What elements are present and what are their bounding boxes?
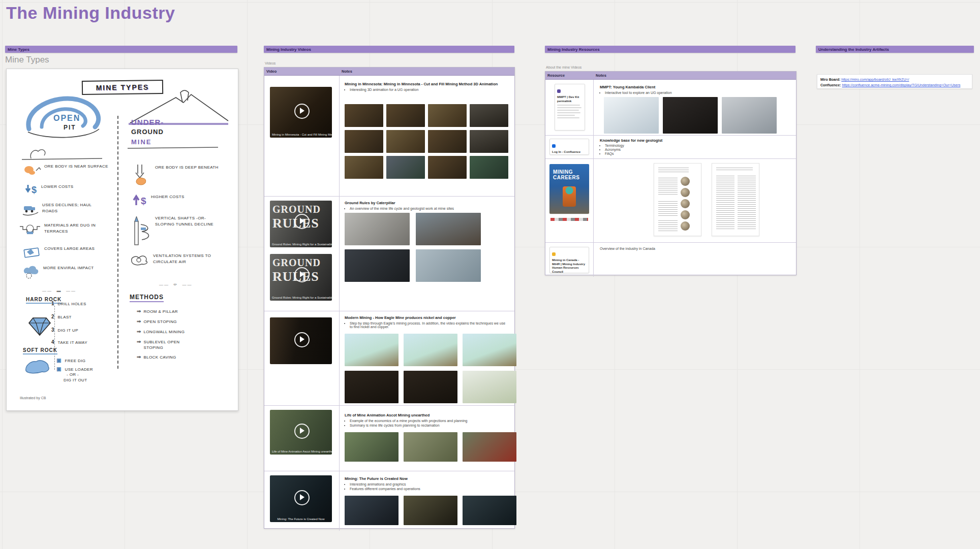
screenshot-thumb	[386, 130, 425, 153]
soft-rock-heading: SOFT ROCK	[23, 347, 57, 354]
lower-costs-icon: $	[25, 184, 38, 195]
video-row-future: Mining: The Future is Created Now Mining…	[264, 471, 514, 531]
underground-heading3: MINE	[131, 138, 152, 146]
mining-careers-cover[interactable]: MINING CAREERS	[549, 164, 589, 214]
document-page[interactable]	[712, 163, 759, 236]
note-title: MMPT: Young Kambalda Client	[600, 85, 791, 89]
cover-footer-logos	[550, 218, 588, 221]
video-thumbnail[interactable]: GROUND RULES Ground Rules: Mining Right …	[270, 201, 332, 247]
hard-rock-step: 3DIG IT UP	[51, 327, 78, 333]
video-thumbnail[interactable]: Mining: The Future is Created Now	[270, 475, 332, 522]
screenshot-thumb	[345, 104, 383, 127]
screenshot-thumb	[428, 156, 467, 179]
screenshot-thumb	[404, 334, 457, 366]
frame-bar-resources[interactable]: Mining Industry Resources	[545, 46, 795, 53]
resource-card[interactable]: Log In - Confluence	[549, 139, 589, 155]
sketch-item: ORE BODY IS DEEP BENEATH	[132, 165, 219, 186]
notes-screenshots	[604, 97, 777, 134]
ore-blob-icon	[24, 164, 41, 176]
video-row-life-of-mine: Life of Mine Animation Ascot Mining unea…	[264, 406, 514, 471]
resources-section-label[interactable]: About the mine Videos	[546, 66, 581, 69]
frame-bar-mine-types[interactable]: Mine Types	[5, 46, 237, 53]
frame-title-mine-types[interactable]: Mine Types	[5, 55, 49, 65]
sketch-item: MATERIALS ARE DUG IN TERRACES	[19, 222, 109, 238]
artifact-links-box: Miro Board: https://miro.com/app/board/o…	[817, 74, 972, 89]
note-bullets: Terminology Acronyms FAQs	[605, 144, 796, 155]
video-row-minnesota: Mining in Minnesota - Cut and Fill Minin…	[264, 76, 514, 197]
board-title: The Mining Industry	[6, 3, 175, 23]
arrow-icon: ⇒	[137, 309, 141, 314]
video-thumbnail[interactable]: GROUND RULES Ground Rules: Mining Right …	[270, 254, 332, 301]
videos-section-label[interactable]: Videos	[265, 61, 275, 65]
frame-bar-videos[interactable]: Mining Industry Videos	[264, 46, 514, 53]
open-pit-heading: OPEN	[53, 114, 80, 123]
haul-truck-icon	[22, 202, 39, 217]
miro-board-link-row: Miro Board: https://miro.com/app/board/o…	[820, 77, 969, 82]
environmental-impact-icon	[22, 265, 40, 279]
page-photo-circle	[681, 188, 690, 197]
resource-card[interactable]: Mining in Canada - MiHR | Mining Industr…	[549, 247, 589, 273]
soft-rock-item: ▣USE LOADER	[56, 366, 93, 372]
method-item: ⇒BLOCK CAVING	[137, 354, 176, 360]
page-text-lines	[658, 168, 689, 173]
screenshot-thumb	[386, 104, 425, 127]
resource-row-mining-careers: MINING CAREERS	[545, 159, 796, 243]
text-skeleton	[557, 115, 575, 116]
resource-row-confluence: Log In - Confluence Knowledge base for n…	[545, 136, 796, 159]
hard-rock-step: 2BLAST	[51, 314, 72, 319]
frame-bar-label: Understanding the Industry Artifacts	[816, 47, 889, 52]
play-icon	[294, 332, 310, 347]
higher-costs-icon: $	[133, 194, 148, 206]
page-text-lines	[658, 201, 678, 216]
screenshot-thumb	[386, 156, 425, 179]
resource-card[interactable]: MMPT | Dev Kit permalink	[555, 84, 585, 131]
page-text-lines	[716, 168, 753, 172]
video-thumbnail[interactable]	[270, 317, 332, 364]
sketch-item: ORE BODY IS NEAR SURFACE	[24, 164, 108, 176]
document-page[interactable]	[654, 163, 701, 236]
videos-table: Video Notes Mining in Minnesota - Cut an…	[264, 67, 515, 529]
method-item: ⇒SUBLEVEL OPEN STOPING	[137, 339, 199, 350]
videos-table-header: Video Notes	[264, 68, 514, 76]
screenshot-thumb	[428, 130, 467, 153]
methods-heading: METHODS	[130, 294, 164, 302]
hard-rock-step: 1DRILL HOLES	[51, 301, 86, 306]
soft-rock-item: DIG IT OUT	[64, 378, 87, 382]
screenshot-thumb	[722, 97, 777, 134]
resource-row-mmpt: MMPT | Dev Kit permalink MMPT: Young Kam…	[545, 80, 796, 136]
text-skeleton	[557, 110, 579, 111]
sketch-item: USES DECLINES; HAUL ROADS	[22, 202, 107, 217]
notes-screenshots	[345, 334, 516, 403]
text-skeleton	[557, 105, 580, 106]
frame-bar-label: Mining Industry Videos	[264, 47, 311, 52]
app-logo-icon	[557, 89, 561, 93]
svg-text:$: $	[32, 185, 37, 195]
screenshot-thumb	[345, 156, 383, 179]
confluence-link[interactable]: https://confluence.acme-mining.com/displ…	[842, 83, 960, 87]
arrow-icon: ⇒	[137, 329, 141, 334]
page-text-lines	[658, 220, 678, 232]
method-item: ⇒ROOM & PILLAR	[137, 309, 178, 314]
sketch-item: COVERS LARGE AREAS	[23, 246, 95, 259]
sketch-item: MORE ENVIRAL IMPACT	[22, 265, 94, 279]
video-thumbnail[interactable]: Mining in Minnesota - Cut and Fill Minin…	[270, 87, 332, 138]
hard-rock-step: 4TAKE IT AWAY	[51, 339, 87, 345]
mine-types-sketch-image[interactable]: MINE TYPES OPEN PIT UNDER- GROUND MINE O…	[6, 69, 238, 411]
screenshot-thumb	[345, 371, 399, 403]
screenshot-thumb	[345, 334, 399, 366]
arrow-icon: ⇒	[137, 339, 141, 344]
text-skeleton	[557, 112, 580, 114]
video-thumbnail[interactable]: Life of Mine Animation Ascot Mining unea…	[270, 410, 332, 455]
miro-board-link[interactable]: https://miro.com/app/board/o9J_kwXfrZU=/	[841, 78, 909, 81]
frame-bar-label: Mining Industry Resources	[545, 47, 600, 52]
note-bullets: Interactive tool to explore an UG operat…	[605, 91, 796, 94]
cover-person-figure	[563, 186, 576, 207]
sketch-item: VENTILATION SYSTEMS TO CIRCULATE AIR	[130, 253, 218, 266]
terraces-icon	[19, 222, 41, 238]
resources-table-header: Resource Notes	[545, 72, 796, 80]
underground-heading: UNDER-	[131, 118, 164, 126]
screenshot-thumb	[470, 130, 508, 153]
resources-table: Resource Notes MMPT | Dev Kit permalink …	[545, 71, 797, 275]
note-bullets: Interesting animations and graphics Feat…	[350, 482, 514, 491]
frame-bar-artifacts[interactable]: Understanding the Industry Artifacts	[816, 46, 974, 53]
